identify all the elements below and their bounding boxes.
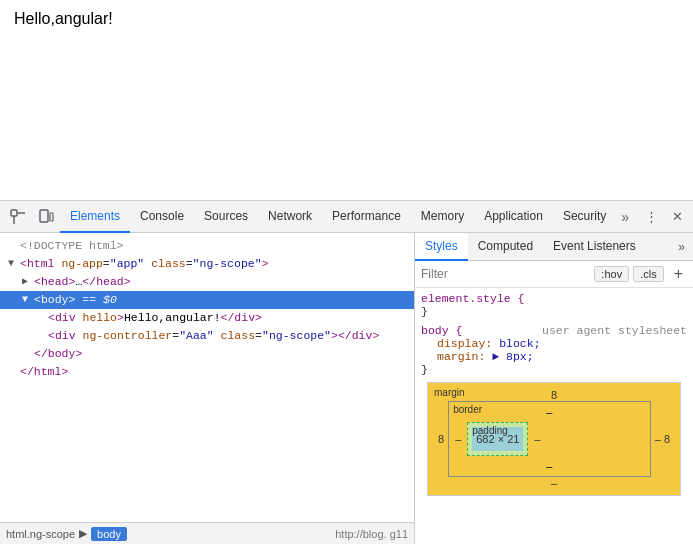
dom-panel: <!DOCTYPE html> <html ng-app="app" class…	[0, 233, 415, 544]
tab-security[interactable]: Security	[553, 201, 615, 233]
tab-network[interactable]: Network	[258, 201, 322, 233]
dom-body-close[interactable]: </body>	[0, 345, 414, 363]
dom-html-close[interactable]: </html>	[0, 363, 414, 381]
dom-div-hello[interactable]: <div hello>Hello,angular!</div>	[0, 309, 414, 327]
styles-tabs: Styles Computed Event Listeners »	[415, 233, 693, 261]
triangle-head[interactable]	[22, 273, 34, 291]
box-padding-label: padding	[472, 425, 508, 436]
status-url: http://blog. g11	[335, 528, 408, 540]
tab-memory[interactable]: Memory	[411, 201, 474, 233]
filter-cls-button[interactable]: .cls	[633, 266, 664, 282]
devtools-content: <!DOCTYPE html> <html ng-app="app" class…	[0, 233, 693, 544]
box-margin-area: margin 8 8 border – – padding	[428, 383, 680, 495]
dom-doctype[interactable]: <!DOCTYPE html>	[0, 237, 414, 255]
svg-rect-3	[40, 210, 48, 222]
box-margin-left: 8	[434, 433, 448, 445]
styles-panel: Styles Computed Event Listeners » :hov .…	[415, 233, 693, 544]
style-rule-element: element.style { }	[421, 292, 687, 318]
tab-styles[interactable]: Styles	[415, 233, 468, 261]
tab-elements[interactable]: Elements	[60, 201, 130, 233]
box-margin-top: 8	[434, 389, 674, 401]
box-border-dash-bottom: –	[453, 460, 646, 472]
tab-application[interactable]: Application	[474, 201, 553, 233]
dom-tree[interactable]: <!DOCTYPE html> <html ng-app="app" class…	[0, 233, 414, 522]
settings-button[interactable]: ⋮	[639, 205, 663, 229]
page-heading: Hello,angular!	[14, 10, 679, 28]
svg-rect-0	[11, 210, 17, 216]
dom-body-selected[interactable]: <body> == $0	[0, 291, 414, 309]
box-margin-sides: 8 border – – padding 682 × 21	[434, 401, 674, 477]
close-button[interactable]: ✕	[665, 205, 689, 229]
tab-performance[interactable]: Performance	[322, 201, 411, 233]
status-crumb-html[interactable]: html.ng-scope	[6, 528, 75, 540]
tab-computed[interactable]: Computed	[468, 233, 543, 261]
style-rule-body: body { user agent stylesheet display: bl…	[421, 324, 687, 376]
box-border-area: border – – padding 682 × 21 –	[448, 401, 651, 477]
styles-content[interactable]: element.style { } body { user agent styl…	[415, 288, 693, 544]
page-area: Hello,angular!	[0, 0, 693, 200]
box-margin-bottom: –	[434, 477, 674, 489]
status-bar: html.ng-scope ▶ body http://blog. g11	[0, 522, 414, 544]
dom-head[interactable]: <head>…</head>	[0, 273, 414, 291]
dom-html[interactable]: <html ng-app="app" class="ng-scope">	[0, 255, 414, 273]
filter-buttons: :hov .cls	[594, 266, 663, 282]
tab-console[interactable]: Console	[130, 201, 194, 233]
device-icon[interactable]	[32, 203, 60, 231]
tab-event-listeners[interactable]: Event Listeners	[543, 233, 646, 261]
svg-rect-4	[50, 213, 53, 221]
filter-input[interactable]	[421, 267, 588, 281]
box-border-label: border	[453, 404, 482, 415]
status-body-tag[interactable]: body	[91, 527, 127, 541]
box-margin-label: margin	[434, 387, 465, 398]
toolbar-actions: ⋮ ✕	[639, 205, 689, 229]
box-margin-right: – 8	[651, 433, 674, 445]
filter-hov-button[interactable]: :hov	[594, 266, 629, 282]
devtools-toolbar: Elements Console Sources Network Perform…	[0, 201, 693, 233]
styles-tabs-more[interactable]: »	[670, 240, 693, 254]
triangle-html[interactable]	[8, 255, 20, 273]
dom-div-controller[interactable]: <div ng-controller="Aaa" class="ng-scope…	[0, 327, 414, 345]
triangle-body[interactable]	[22, 291, 34, 309]
devtools-tabs: Elements Console Sources Network Perform…	[60, 201, 615, 233]
inspect-icon[interactable]	[4, 203, 32, 231]
more-tabs-button[interactable]: »	[615, 205, 635, 229]
box-model: margin 8 8 border – – padding	[427, 382, 681, 496]
devtools-panel: Elements Console Sources Network Perform…	[0, 200, 693, 544]
box-padding-area: padding 682 × 21	[467, 422, 528, 456]
filter-bar: :hov .cls +	[415, 261, 693, 288]
filter-add-button[interactable]: +	[670, 265, 687, 283]
tab-sources[interactable]: Sources	[194, 201, 258, 233]
